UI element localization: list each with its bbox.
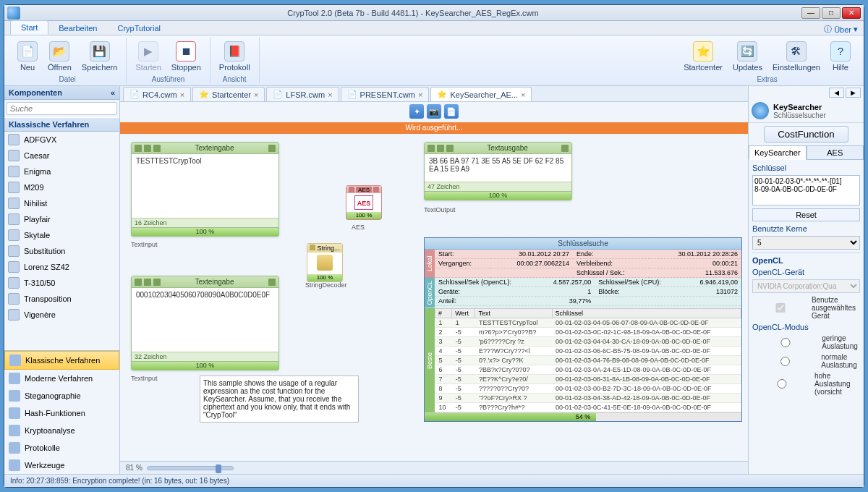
component-item[interactable]: Vigenère: [4, 307, 119, 323]
cores-select[interactable]: 5: [752, 236, 860, 250]
node-keysearcher[interactable]: Schlüsselsuche Lokal Start:30.01.2012 20…: [424, 237, 742, 422]
panel-nav-next[interactable]: ►: [846, 88, 861, 98]
tab-icon: 📄: [273, 90, 283, 99]
component-icon: [8, 309, 20, 321]
component-item[interactable]: Skytale: [4, 227, 119, 243]
canvas-tool-1[interactable]: ✦: [409, 104, 424, 119]
search-input[interactable]: [7, 102, 117, 115]
save-button[interactable]: 💾Speichern: [79, 40, 121, 73]
component-icon: [8, 198, 20, 209]
node-aes[interactable]: AES AES 100 %: [346, 185, 382, 220]
component-item[interactable]: Lorenz SZ42: [4, 259, 119, 275]
settings-button[interactable]: 🛠Einstellungen: [770, 40, 823, 73]
doc-tab[interactable]: ⭐ KeySearcher_AE...×: [430, 87, 532, 101]
minimize-button[interactable]: —: [801, 7, 820, 19]
new-button[interactable]: 📄Neu: [14, 40, 41, 73]
node-textinput-2[interactable]: Texteingabe 000102030405060708090A0B0C0D…: [131, 276, 279, 370]
close-tab-icon[interactable]: ×: [521, 90, 525, 99]
close-tab-icon[interactable]: ×: [254, 90, 258, 99]
component-item[interactable]: Enigma: [4, 164, 119, 179]
sample-note: This sample shows the usage of a regular…: [200, 376, 359, 423]
stop-icon: ⏹: [176, 41, 196, 62]
canvas-tool-2[interactable]: 📷: [427, 104, 441, 119]
node-stringdecoder[interactable]: String... 100 %: [307, 243, 343, 282]
reset-button[interactable]: Reset: [752, 208, 860, 221]
opencl-device-select[interactable]: NVIDIA Corporation:Qua: [752, 279, 860, 293]
component-icon: [8, 182, 20, 193]
category-item[interactable]: Protokolle: [4, 439, 119, 457]
ks-tab-beste[interactable]: Beste: [425, 308, 435, 412]
canvas-tool-3[interactable]: 📄: [444, 104, 459, 119]
costfunction-button[interactable]: CostFunction: [764, 126, 848, 143]
protokoll-button[interactable]: 📕Protokoll: [216, 40, 253, 73]
close-button[interactable]: ✕: [842, 7, 861, 19]
star-icon: ⭐: [693, 41, 713, 62]
ribbon-about[interactable]: ⓘÜber ▾: [824, 24, 858, 35]
updates-button[interactable]: 🔄Updates: [730, 40, 765, 73]
category-icon: [9, 355, 21, 366]
component-item[interactable]: M209: [4, 179, 119, 195]
doc-tab[interactable]: 📄 LFSR.cwm×: [266, 87, 339, 101]
component-icon: [8, 213, 20, 225]
category-icon: [9, 390, 20, 402]
doc-tab[interactable]: ⭐ Startcenter×: [192, 87, 265, 101]
use-device-checkbox[interactable]: [752, 303, 809, 313]
key-label: Schlüssel: [752, 164, 860, 172]
zoom-slider[interactable]: [147, 466, 234, 470]
component-item[interactable]: Nihilist: [4, 195, 119, 211]
ks-tab-lokal[interactable]: Lokal: [425, 250, 435, 278]
log-icon: 📕: [224, 41, 244, 62]
component-item[interactable]: Playfair: [4, 211, 119, 227]
category-item[interactable]: Moderne Verfahren: [4, 370, 119, 387]
stop-button[interactable]: ⏹Stoppen: [169, 40, 204, 73]
mode-high-radio[interactable]: [752, 379, 812, 389]
ribbon-group-ansicht: Ansicht: [223, 75, 247, 83]
component-icon: [8, 261, 20, 273]
collapse-icon[interactable]: «: [111, 88, 115, 97]
doc-tab[interactable]: 📄 RC4.cwm×: [123, 87, 191, 101]
ks-tab-opencl[interactable]: OpenCL: [425, 278, 435, 308]
component-item[interactable]: ADFGVX: [4, 132, 119, 148]
tools-icon: 🛠: [786, 41, 807, 62]
tab-icon: 📄: [347, 90, 357, 99]
ribbon-tab-cryptutorial[interactable]: CrypTutorial: [107, 22, 171, 35]
close-tab-icon[interactable]: ×: [418, 90, 422, 99]
panel-title: KeySearcher: [773, 103, 826, 111]
panel-nav-prev[interactable]: ◄: [829, 88, 844, 98]
tab-keysearcher[interactable]: KeySearcher: [749, 145, 807, 160]
keysearcher-icon: [752, 102, 769, 119]
key-input[interactable]: 00-01-02-03-0*-**-**-**-[01] 8-09-0A-0B-…: [752, 175, 860, 205]
maximize-button[interactable]: □: [822, 7, 841, 19]
node-textinput-1[interactable]: Texteingabe TESTTESTCrypTool 16 Zeichen …: [131, 142, 279, 237]
canvas-toolbar: ✦ 📷 📄: [409, 104, 459, 119]
tab-aes[interactable]: AES: [807, 145, 864, 160]
component-item[interactable]: Transposition: [4, 291, 119, 307]
category-item[interactable]: Hash-Funktionen: [4, 404, 119, 422]
component-item[interactable]: T-310/50: [4, 275, 119, 291]
mode-normal-radio[interactable]: [752, 357, 818, 366]
category-item[interactable]: Steganographie: [4, 387, 119, 404]
component-icon: [8, 150, 20, 161]
help-button[interactable]: ?Hilfe: [827, 40, 854, 73]
ribbon-tab-start[interactable]: Start: [10, 20, 48, 35]
category-item[interactable]: Werkzeuge: [4, 457, 119, 474]
component-item[interactable]: Substitution: [4, 243, 119, 259]
component-item[interactable]: Caesar: [4, 148, 119, 164]
close-tab-icon[interactable]: ×: [328, 90, 332, 99]
workspace-canvas[interactable]: ✦ 📷 📄 Wird ausgeführt... Texteingabe TES…: [120, 102, 748, 461]
start-button[interactable]: ▶Starten: [132, 40, 163, 73]
properties-panel: ◄ ► KeySearcher Schlüsselsucher CostFunc…: [748, 86, 864, 474]
open-button[interactable]: 📂Öffnen: [45, 40, 75, 73]
doc-tab[interactable]: 📄 PRESENT.cwm×: [341, 87, 430, 101]
close-tab-icon[interactable]: ×: [180, 90, 184, 99]
cores-label: Benutzte Kerne: [752, 224, 860, 233]
category-item[interactable]: Kryptoanalyse: [4, 422, 119, 439]
opencl-section: OpenCL: [752, 253, 860, 265]
startcenter-button[interactable]: ⭐Startcenter: [681, 40, 726, 73]
category-icon: [9, 425, 20, 436]
mode-low-radio[interactable]: [752, 338, 819, 347]
category-item[interactable]: Klassische Verfahren: [4, 351, 119, 370]
category-icon: [9, 459, 20, 471]
ribbon-tab-bearbeiten[interactable]: Bearbeiten: [48, 22, 107, 35]
node-textoutput[interactable]: Textausgabe 3B 66 BA 97 71 3E 55 A5 5E D…: [424, 142, 572, 200]
